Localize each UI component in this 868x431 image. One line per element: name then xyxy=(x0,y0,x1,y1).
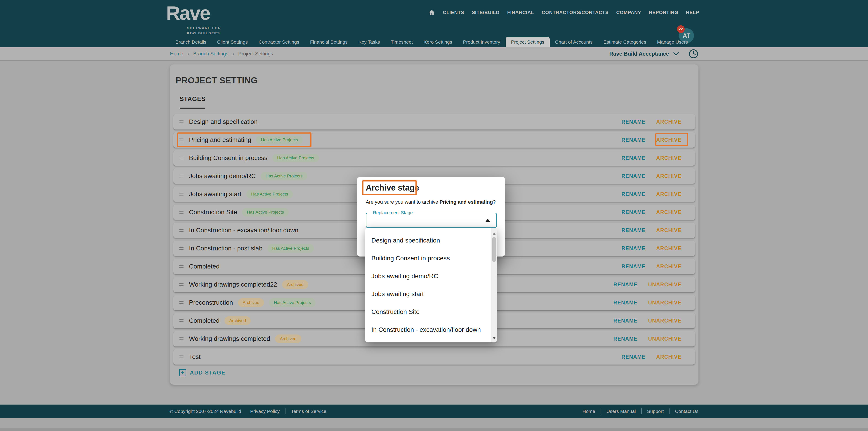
add-stage-label: ADD STAGE xyxy=(190,370,225,376)
drag-handle-icon[interactable] xyxy=(179,229,184,232)
tab-estimate-categories[interactable]: Estimate Categories xyxy=(598,37,652,47)
drag-handle-icon[interactable] xyxy=(179,283,184,286)
tab-contractor-settings[interactable]: Contractor Settings xyxy=(253,37,305,47)
menu-option-jobs-awaiting-start[interactable]: Jobs awaiting start xyxy=(365,285,491,303)
add-stage-button[interactable]: + ADD STAGE xyxy=(179,369,225,376)
archive-button[interactable]: ARCHIVE xyxy=(656,173,682,179)
notification-badge[interactable]: 22 xyxy=(677,25,685,33)
archive-button[interactable]: ARCHIVE xyxy=(656,209,682,215)
archive-button[interactable]: ARCHIVE xyxy=(656,354,682,360)
unarchive-button[interactable]: UNARCHIVE xyxy=(648,282,682,288)
menu-option-building-consent-in-process[interactable]: Building Consent in process xyxy=(365,249,491,267)
nav-item-clients[interactable]: CLIENTS xyxy=(443,10,464,15)
scrollbar-thumb[interactable] xyxy=(492,237,496,262)
tab-key-tasks[interactable]: Key Tasks xyxy=(353,37,385,47)
stage-badges: Has Active Projects xyxy=(262,244,314,253)
drag-handle-icon[interactable] xyxy=(179,319,184,322)
archive-button[interactable]: ARCHIVE xyxy=(656,119,682,125)
archive-button[interactable]: ARCHIVE xyxy=(656,191,682,197)
nav-item-financial[interactable]: FINANCIAL xyxy=(507,10,534,15)
menu-option-construction-site[interactable]: Construction Site xyxy=(365,303,491,321)
rename-button[interactable]: RENAME xyxy=(621,264,646,270)
stage-actions: RENAME ARCHIVE xyxy=(621,245,695,251)
nav-item-reporting[interactable]: REPORTING xyxy=(649,10,678,15)
archive-button[interactable]: ARCHIVE xyxy=(656,155,682,161)
stage-actions: RENAME ARCHIVE xyxy=(621,155,695,161)
has-active-projects-badge: Has Active Projects xyxy=(242,208,289,217)
tab-financial-settings[interactable]: Financial Settings xyxy=(305,37,353,47)
rename-button[interactable]: RENAME xyxy=(621,227,646,234)
drag-handle-icon[interactable] xyxy=(179,193,184,195)
footer-link-home[interactable]: Home xyxy=(583,409,595,414)
footer-link-support[interactable]: Support xyxy=(647,409,664,414)
rename-button[interactable]: RENAME xyxy=(621,245,646,251)
rave-logo[interactable]: Rave SOFTWARE FOR KIWI BUILDERS xyxy=(166,0,210,25)
unarchive-button[interactable]: UNARCHIVE xyxy=(648,318,682,324)
drag-handle-icon[interactable] xyxy=(179,356,184,358)
unarchive-button[interactable]: UNARCHIVE xyxy=(648,336,682,342)
menu-option-jobs-awaiting-demo-rc[interactable]: Jobs awaiting demo/RC xyxy=(365,267,491,285)
stage-badges: Has Active Projects xyxy=(256,172,307,180)
archive-button[interactable]: ARCHIVE xyxy=(656,227,682,234)
plus-square-icon: + xyxy=(179,369,186,376)
archive-button[interactable]: ARCHIVE xyxy=(656,137,682,143)
scroll-down-icon[interactable] xyxy=(493,337,496,339)
footer-link-terms[interactable]: Terms of Service xyxy=(291,409,326,414)
drag-handle-icon[interactable] xyxy=(179,301,184,304)
stage-badges: Archived xyxy=(219,316,251,325)
nav-item-company[interactable]: COMPANY xyxy=(616,10,641,15)
tab-stages[interactable]: STAGES xyxy=(180,96,205,102)
drag-handle-icon[interactable] xyxy=(179,247,184,250)
rename-button[interactable]: RENAME xyxy=(621,209,646,215)
drag-handle-icon[interactable] xyxy=(179,265,184,268)
tab-manage-users[interactable]: Manage Users xyxy=(652,37,693,47)
stage-name: Design and specification xyxy=(189,118,258,125)
menu-scrollbar[interactable] xyxy=(491,227,497,342)
drag-handle-icon[interactable] xyxy=(179,138,184,141)
tab-client-settings[interactable]: Client Settings xyxy=(212,37,253,47)
rename-button[interactable]: RENAME xyxy=(621,119,646,125)
rename-button[interactable]: RENAME xyxy=(621,137,646,143)
drag-handle-icon[interactable] xyxy=(179,211,184,214)
replacement-stage-select[interactable]: Replacement Stage xyxy=(366,213,497,228)
drag-handle-icon[interactable] xyxy=(179,337,184,340)
rename-button[interactable]: RENAME xyxy=(614,318,638,324)
archive-button[interactable]: ARCHIVE xyxy=(656,264,682,270)
rename-button[interactable]: RENAME xyxy=(614,336,638,342)
tab-product-inventory[interactable]: Product Inventory xyxy=(458,37,506,47)
tab-project-settings[interactable]: Project Settings xyxy=(506,37,550,47)
drag-handle-icon[interactable] xyxy=(179,175,184,177)
nav-item-site-build[interactable]: SITE/BUILD xyxy=(472,10,500,15)
footer-link-privacy[interactable]: Privacy Policy xyxy=(250,409,280,414)
rename-button[interactable]: RENAME xyxy=(621,155,646,161)
tab-chart-of-accounts[interactable]: Chart of Accounts xyxy=(550,37,598,47)
rename-button[interactable]: RENAME xyxy=(621,173,646,179)
nav-item-contractors-contacts[interactable]: CONTRACTORS/CONTACTS xyxy=(541,10,609,15)
tab-timesheet[interactable]: Timesheet xyxy=(385,37,418,47)
rename-button[interactable]: RENAME xyxy=(621,354,646,360)
archive-button[interactable]: ARCHIVE xyxy=(656,245,682,251)
drag-handle-icon[interactable] xyxy=(179,120,184,123)
footer-link-users-manual[interactable]: Users Manual xyxy=(607,409,636,414)
nav-item-help[interactable]: HELP xyxy=(686,10,699,15)
branch-selector[interactable]: Rave Build Acceptance xyxy=(609,51,679,57)
footer-right: HomeUsers ManualSupportContact Us xyxy=(583,408,699,414)
page-title: PROJECT SETTING xyxy=(176,76,257,86)
menu-option-in-construction-excavation-floor-down[interactable]: In Construction - excavation/floor down xyxy=(365,321,491,339)
breadcrumb-item-home[interactable]: Home xyxy=(170,51,183,57)
rename-button[interactable]: RENAME xyxy=(621,191,646,197)
footer-left: © Copyright 2007-2024 Ravebuild Privacy … xyxy=(169,408,327,414)
breadcrumb-item-branch-settings[interactable]: Branch Settings xyxy=(193,51,228,57)
scroll-up-icon[interactable] xyxy=(493,233,496,235)
rename-button[interactable]: RENAME xyxy=(614,282,638,288)
home-icon[interactable] xyxy=(428,9,435,16)
rename-button[interactable]: RENAME xyxy=(614,300,638,306)
menu-option-design-and-specification[interactable]: Design and specification xyxy=(365,232,491,249)
drag-handle-icon[interactable] xyxy=(179,157,184,159)
history-clock-icon[interactable] xyxy=(688,49,699,59)
tab-branch-details[interactable]: Branch Details xyxy=(170,37,212,47)
footer-divider xyxy=(669,408,670,414)
footer-link-contact-us[interactable]: Contact Us xyxy=(675,409,699,414)
tab-xero-settings[interactable]: Xero Settings xyxy=(418,37,458,47)
unarchive-button[interactable]: UNARCHIVE xyxy=(648,300,682,306)
